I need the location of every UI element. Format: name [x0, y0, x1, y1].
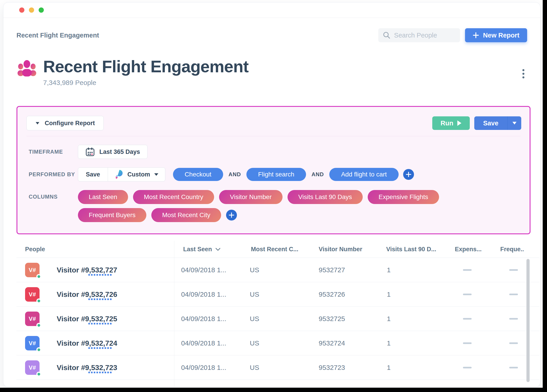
table-row[interactable]: V# Visitor #9,532,724 04/09/2018 1... US…	[16, 331, 539, 355]
timeframe-row: TIMEFRAME Last 365 Days	[17, 145, 530, 159]
empty-value-dash	[509, 269, 518, 271]
column-pill-last-seen[interactable]: Last Seen	[78, 190, 128, 204]
save-split-button: Save	[474, 116, 521, 130]
column-pill-most-recent-city[interactable]: Most Recent City	[151, 208, 221, 222]
visitor-name[interactable]: Visitor #9,532,726	[57, 290, 117, 298]
zoom-window-icon[interactable]	[39, 7, 44, 13]
columns-row: COLUMNS Last Seen Most Recent Country Vi…	[17, 190, 530, 222]
cell-visitor-number: 9532725	[319, 315, 345, 323]
header-people: People	[25, 246, 45, 253]
table-row[interactable]: V# Visitor #9,532,723 04/09/2018 1... US…	[16, 355, 539, 380]
empty-value-dash	[463, 342, 472, 344]
columns-label: COLUMNS	[29, 194, 78, 200]
performed-by-save-button[interactable]: Save	[78, 168, 108, 181]
timeframe-selector[interactable]: Last 365 Days	[78, 145, 147, 159]
save-dropdown-button[interactable]	[507, 116, 521, 130]
configure-report-button[interactable]: Configure Report	[27, 116, 104, 130]
plus-icon	[229, 212, 234, 218]
empty-value-dash	[509, 342, 518, 344]
online-status-icon	[36, 298, 41, 303]
online-status-icon	[36, 323, 41, 328]
cell-visits: 1	[387, 315, 391, 323]
add-column-button[interactable]	[226, 210, 237, 220]
performed-by-custom-dropdown[interactable]: Custom	[108, 168, 165, 181]
table-row[interactable]: V# Visitor #9,532,727 04/09/2018 1... US…	[16, 258, 539, 282]
cell-last-seen: 04/09/2018 1...	[181, 266, 226, 274]
breadcrumb: Recent Flight Engagement	[16, 32, 99, 39]
redacted-value	[88, 347, 113, 349]
search-input[interactable]	[394, 32, 456, 39]
search-box[interactable]	[378, 28, 460, 42]
header-visits-last-90-days[interactable]: Visits Last 90 D...	[386, 246, 436, 253]
table-row[interactable]: V# Visitor #9,532,726 04/09/2018 1... US…	[16, 282, 539, 307]
avatar: V#	[25, 312, 40, 326]
chevron-down-icon	[513, 122, 517, 124]
column-pill-frequent-buyers[interactable]: Frequent Buyers	[78, 208, 146, 222]
avatar-label: V#	[29, 340, 36, 347]
people-group-icon	[16, 58, 37, 77]
column-pill-visitor-number[interactable]: Visitor Number	[219, 190, 282, 204]
timeframe-value: Last 365 Days	[99, 148, 140, 155]
event-pill-flight-search[interactable]: Flight search	[246, 168, 306, 181]
visitor-name[interactable]: Visitor #9,532,727	[57, 266, 117, 274]
new-report-label: New Report	[483, 32, 520, 39]
vertical-scrollbar[interactable]	[526, 259, 530, 382]
play-icon	[457, 120, 461, 126]
panel-divider	[27, 136, 520, 136]
run-button[interactable]: Run	[432, 116, 470, 130]
and-conjunction: AND	[311, 171, 324, 178]
more-options-icon[interactable]	[522, 69, 524, 78]
redacted-value	[88, 323, 113, 324]
column-pill-visits-last-90-days[interactable]: Visits Last 90 Days	[287, 190, 363, 204]
event-pill-checkout[interactable]: Checkout	[173, 168, 223, 181]
close-window-icon[interactable]	[19, 7, 24, 13]
cell-visits: 1	[387, 364, 391, 371]
add-event-button[interactable]	[403, 169, 414, 180]
performed-by-label: PERFORMED BY	[29, 171, 78, 178]
calendar-icon	[85, 147, 95, 157]
header-frequent-buyers[interactable]: Freque..	[500, 246, 524, 253]
people-count: 7,343,989 People	[43, 79, 248, 87]
traffic-lights	[19, 7, 44, 13]
cell-visits: 1	[387, 266, 391, 274]
new-report-button[interactable]: New Report	[465, 28, 527, 42]
cell-last-seen: 04/09/2018 1...	[181, 290, 226, 298]
chevron-down-icon	[154, 173, 158, 176]
header-most-recent-country[interactable]: Most Recent C...	[251, 246, 298, 253]
visitor-name[interactable]: Visitor #9,532,724	[57, 339, 117, 347]
visitor-name[interactable]: Visitor #9,532,723	[57, 363, 117, 372]
minimize-window-icon[interactable]	[29, 7, 34, 13]
plus-icon	[473, 32, 479, 38]
avatar-label: V#	[29, 364, 36, 371]
avatar-label: V#	[29, 315, 36, 323]
performed-by-selector-group: Save Custom	[78, 167, 165, 181]
header-visitor-number[interactable]: Visitor Number	[319, 246, 362, 253]
cell-country: US	[250, 315, 259, 323]
visitor-name[interactable]: Visitor #9,532,725	[57, 315, 117, 323]
cell-country: US	[250, 290, 259, 298]
configure-report-panel: Configure Report Run Save TIMEFRAME	[16, 106, 531, 234]
table-row[interactable]: V# Visitor #9,532,725 04/09/2018 1... US…	[16, 307, 539, 331]
cell-visitor-number: 9532726	[319, 290, 345, 298]
empty-value-dash	[463, 318, 472, 319]
header-last-seen[interactable]: Last Seen	[183, 246, 221, 253]
event-pill-add-flight-to-cart[interactable]: Add flight to cart	[329, 168, 398, 181]
empty-value-dash	[509, 294, 518, 295]
column-pill-most-recent-country[interactable]: Most Recent Country	[133, 190, 214, 204]
online-status-icon	[36, 372, 41, 377]
custom-segment-icon	[115, 169, 123, 179]
header-expensive-flights[interactable]: Expens...	[455, 246, 482, 253]
cell-visits: 1	[387, 290, 391, 298]
top-bar: Recent Flight Engagement New Report	[16, 28, 527, 42]
empty-value-dash	[463, 367, 472, 368]
avatar: V#	[25, 287, 40, 302]
empty-value-dash	[509, 367, 518, 368]
cell-country: US	[250, 266, 259, 274]
avatar: V#	[25, 360, 40, 375]
online-status-icon	[36, 274, 41, 279]
save-button[interactable]: Save	[474, 116, 507, 130]
empty-value-dash	[463, 269, 472, 271]
avatar-label: V#	[29, 291, 36, 298]
cell-last-seen: 04/09/2018 1...	[181, 315, 226, 323]
column-pill-expensive-flights[interactable]: Expensive Flights	[368, 190, 439, 204]
